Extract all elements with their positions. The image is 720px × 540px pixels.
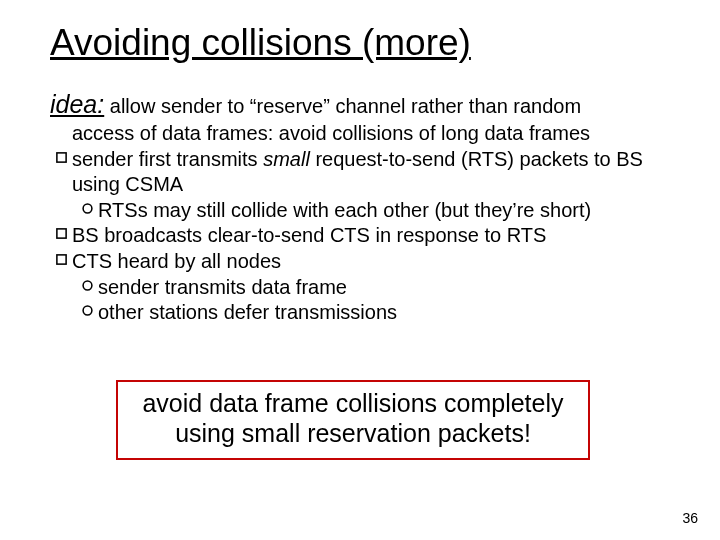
- circle-bullet-icon: [76, 275, 98, 301]
- svg-point-1: [83, 204, 92, 213]
- idea-line: idea: allow sender to “reserve” channel …: [50, 90, 670, 119]
- list-item: CTS heard by all nodes: [50, 249, 670, 275]
- bullet-text: sender transmits data frame: [98, 275, 347, 301]
- bullet-text-pre: sender first transmits: [72, 148, 263, 170]
- idea-text-1: allow sender to “reserve” channel rather…: [104, 95, 581, 117]
- list-item: RTSs may still collide with each other (…: [50, 198, 670, 224]
- idea-label: idea:: [50, 90, 104, 118]
- svg-rect-2: [56, 229, 65, 238]
- idea-text-2: access of data frames: avoid collisions …: [50, 121, 670, 147]
- square-bullet-icon: [50, 147, 72, 198]
- circle-bullet-icon: [76, 300, 98, 326]
- svg-rect-0: [56, 152, 65, 161]
- bullet-text: sender first transmits small request-to-…: [72, 147, 670, 198]
- list-item: sender transmits data frame: [50, 275, 670, 301]
- square-bullet-icon: [50, 223, 72, 249]
- callout-line-2: using small reservation packets!: [130, 419, 576, 449]
- circle-bullet-icon: [76, 198, 98, 224]
- bullet-text-emph: small: [263, 148, 310, 170]
- callout-box: avoid data frame collisions completely u…: [116, 380, 590, 460]
- bullet-text: BS broadcasts clear-to-send CTS in respo…: [72, 223, 546, 249]
- page-number: 36: [682, 510, 698, 526]
- bullet-text: other stations defer transmissions: [98, 300, 397, 326]
- bullet-text: CTS heard by all nodes: [72, 249, 281, 275]
- svg-rect-3: [56, 255, 65, 264]
- svg-point-5: [83, 306, 92, 315]
- callout-line-1: avoid data frame collisions completely: [130, 389, 576, 419]
- svg-point-4: [83, 281, 92, 290]
- list-item: BS broadcasts clear-to-send CTS in respo…: [50, 223, 670, 249]
- list-item: other stations defer transmissions: [50, 300, 670, 326]
- square-bullet-icon: [50, 249, 72, 275]
- bullet-text: RTSs may still collide with each other (…: [98, 198, 591, 224]
- slide: Avoiding collisions (more) idea: allow s…: [0, 0, 720, 540]
- list-item: sender first transmits small request-to-…: [50, 147, 670, 198]
- slide-title: Avoiding collisions (more): [50, 22, 670, 64]
